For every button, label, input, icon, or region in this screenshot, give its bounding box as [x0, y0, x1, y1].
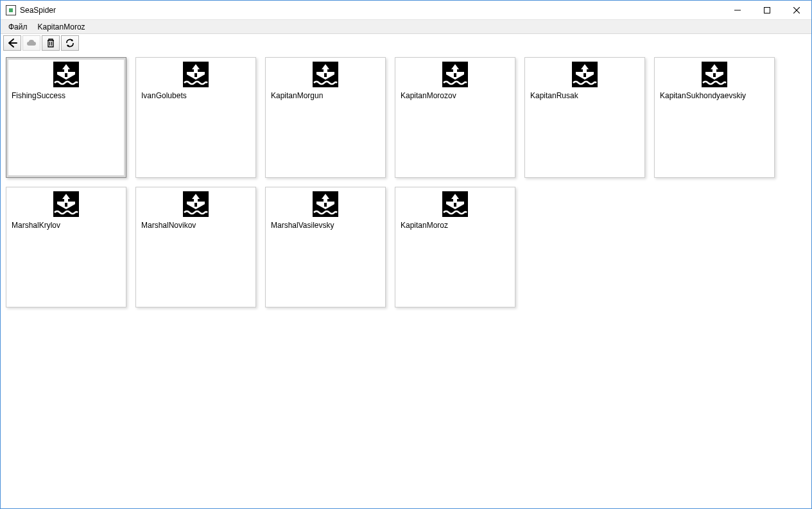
- tile-item[interactable]: KapitanRusak: [524, 57, 645, 178]
- tile-label: KapitanMorozov: [399, 91, 511, 100]
- cloud-button: [22, 35, 40, 51]
- back-arrow-icon: [7, 38, 17, 48]
- ship-icon: [53, 62, 79, 87]
- tile-item[interactable]: FishingSuccess: [6, 57, 126, 178]
- maximize-icon: [764, 7, 770, 13]
- trash-icon: [46, 38, 56, 48]
- ship-icon: [313, 191, 338, 217]
- tile-item[interactable]: MarshalVasilevsky: [265, 187, 386, 307]
- titlebar: SeaSpider: [1, 1, 811, 20]
- tile-item[interactable]: MarshalNovikov: [135, 187, 256, 307]
- back-button[interactable]: [3, 35, 21, 51]
- ship-icon: [702, 62, 727, 87]
- tile-label: IvanGolubets: [140, 91, 252, 100]
- tile-item[interactable]: KapitanSukhondyaevskiy: [654, 57, 775, 178]
- ship-icon: [183, 191, 209, 217]
- minimize-button[interactable]: [723, 1, 752, 20]
- close-icon: [793, 7, 800, 13]
- close-button[interactable]: [782, 1, 811, 20]
- tile-item[interactable]: MarshalKrylov: [6, 187, 126, 307]
- refresh-icon: [65, 38, 75, 48]
- menubar: Файл KapitanMoroz: [1, 20, 811, 34]
- tile-item[interactable]: KapitanMorozov: [395, 57, 515, 178]
- ship-icon: [442, 191, 468, 217]
- maximize-button[interactable]: [752, 1, 782, 20]
- window-title: SeaSpider: [20, 6, 56, 15]
- menu-file[interactable]: Файл: [3, 21, 33, 33]
- minimize-icon: [734, 7, 741, 13]
- tile-item[interactable]: IvanGolubets: [135, 57, 256, 178]
- cloud-icon: [26, 38, 37, 48]
- tile-item[interactable]: KapitanMoroz: [395, 187, 515, 307]
- refresh-button[interactable]: [61, 35, 79, 51]
- tile-label: KapitanSukhondyaevskiy: [659, 91, 770, 100]
- tile-item[interactable]: KapitanMorgun: [265, 57, 386, 178]
- toolbar: [1, 34, 811, 52]
- ship-icon: [53, 191, 79, 217]
- tile-label: KapitanMorgun: [270, 91, 381, 100]
- window-controls: [723, 1, 811, 20]
- ship-icon: [313, 62, 338, 87]
- tile-label: FishingSuccess: [10, 91, 122, 100]
- menu-kapitanmoroz[interactable]: KapitanMoroz: [33, 21, 91, 33]
- tile-label: MarshalVasilevsky: [270, 221, 381, 230]
- ship-icon: [183, 62, 209, 87]
- tile-grid: FishingSuccessIvanGolubetsKapitanMorgunK…: [1, 52, 811, 313]
- svg-rect-1: [764, 8, 770, 13]
- tile-label: KapitanRusak: [529, 91, 641, 100]
- tile-label: MarshalKrylov: [10, 221, 122, 230]
- app-icon: [6, 5, 16, 15]
- delete-button[interactable]: [42, 35, 60, 51]
- tile-label: MarshalNovikov: [140, 221, 252, 230]
- ship-icon: [442, 62, 468, 87]
- tile-label: KapitanMoroz: [399, 221, 511, 230]
- ship-icon: [572, 62, 598, 87]
